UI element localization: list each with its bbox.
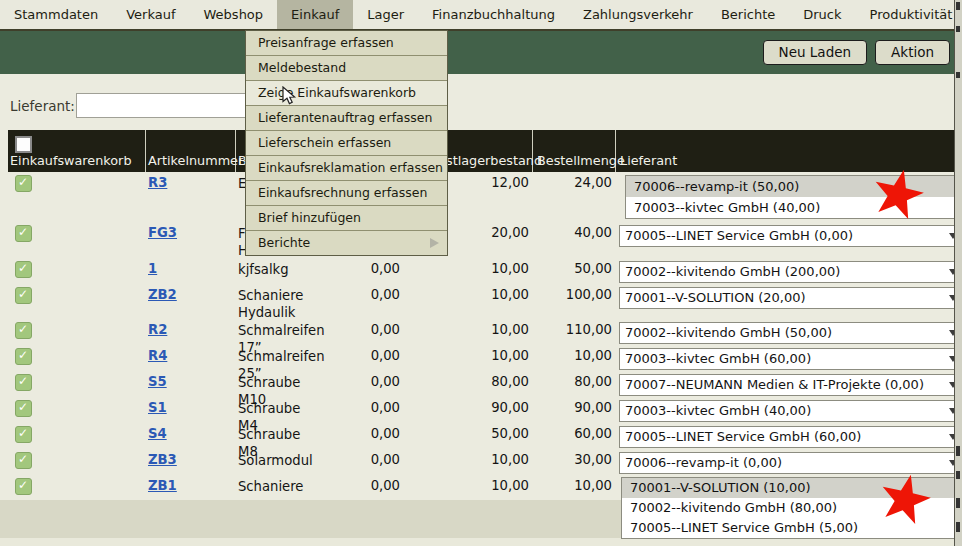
- menu-item-meldebestand[interactable]: Meldebestand: [246, 55, 447, 80]
- lieferant-select[interactable]: 70002--kivitendo GmbH (50,00): [619, 322, 962, 344]
- lieferant-select[interactable]: 70005--LINET Service GmbH (0,00): [619, 225, 962, 247]
- artikelnummer-link[interactable]: S1: [146, 400, 167, 415]
- row-checkbox[interactable]: [15, 261, 32, 278]
- row-checkbox[interactable]: [15, 452, 32, 469]
- row-checkbox[interactable]: [15, 348, 32, 365]
- menu-item-einkaufsrechnung-erfassen[interactable]: Einkaufsrechnung erfassen: [246, 180, 447, 205]
- bestellmenge-value: 10,00: [533, 475, 616, 500]
- row-checkbox[interactable]: [15, 374, 32, 391]
- lieferant-select-value: 70005--LINET Service GmbH (0,00): [620, 228, 853, 243]
- neu-laden-button[interactable]: Neu Laden: [763, 40, 867, 65]
- header-einkaufswarenkorb: Einkaufswarenkorb: [8, 130, 146, 172]
- table-row: ZB3 Solarmodul 0,00 10,00 30,00 70006--r…: [8, 449, 962, 475]
- menubar-item-zahlungsverkehr[interactable]: Zahlungsverkehr: [569, 0, 707, 29]
- menu-item-lieferschein-erfassen[interactable]: Lieferschein erfassen: [246, 130, 447, 155]
- artikelnummer-link[interactable]: ZB2: [146, 287, 177, 302]
- artikelnummer-link[interactable]: 1: [146, 261, 157, 276]
- row-checkbox[interactable]: [15, 175, 32, 192]
- lieferant-select-value: 70002--kivitendo GmbH (200,00): [620, 264, 840, 279]
- lieferant-select-value: 70007--NEUMANN Medien & IT-Projekte (0,0…: [620, 377, 924, 392]
- row-checkbox[interactable]: [15, 426, 32, 443]
- red-star-annotation: [868, 165, 928, 225]
- artikelnummer-link[interactable]: ZB1: [146, 478, 177, 493]
- lagerbestand-value: 10,00: [404, 449, 533, 475]
- einkauf-dropdown-menu: Preisanfrage erfassen Meldebestand Zeige…: [245, 30, 448, 256]
- menubar-item-einkauf[interactable]: Einkauf: [277, 0, 353, 29]
- bestellmenge-value: 24,00: [533, 172, 616, 222]
- table-row: R2 Schmalreifen 17” 0,00 10,00 110,00 70…: [8, 319, 962, 345]
- menubar-item-druck[interactable]: Druck: [789, 0, 855, 29]
- menu-item-zeige-einkaufswarenkorb[interactable]: Zeige Einkaufswarenkorb: [246, 80, 447, 105]
- bestellmenge-value: 40,00: [533, 222, 616, 259]
- bezeichnung-text: Solarmodul: [236, 449, 314, 475]
- aktion-button[interactable]: Aktion: [875, 40, 950, 65]
- lieferant-select[interactable]: 70007--NEUMANN Medien & IT-Projekte (0,0…: [619, 374, 962, 396]
- meldebestand-value: 0,00: [314, 284, 404, 321]
- table-row: ZB2 Schaniere Hydaulik 0,00 10,00 100,00…: [8, 284, 962, 319]
- bezeichnung-text: Schaniere: [236, 475, 314, 500]
- bezeichnung-text: Schaniere Hydaulik: [236, 284, 314, 321]
- lieferant-select[interactable]: 70001--V-SOLUTION (20,00): [619, 287, 962, 309]
- red-star-annotation: [875, 470, 935, 530]
- lieferant-select[interactable]: 70003--kivtec GmbH (40,00): [619, 400, 962, 422]
- table-row: S5 Schraube M10 0,00 80,00 80,00 70007--…: [8, 371, 962, 397]
- table-row: S4 Schraube M8 0,00 50,00 60,00 70005--L…: [8, 423, 962, 449]
- meldebestand-value: 0,00: [314, 449, 404, 475]
- lagerbestand-value: 10,00: [404, 475, 533, 500]
- submenu-arrow-icon: [430, 238, 439, 248]
- artikelnummer-link[interactable]: R2: [146, 322, 167, 337]
- meldebestand-value: 0,00: [314, 475, 404, 500]
- menu-item-preisanfrage-erfassen[interactable]: Preisanfrage erfassen: [246, 31, 447, 55]
- menubar-item-stammdaten[interactable]: Stammdaten: [0, 0, 112, 29]
- toolbar-buttons: Neu Laden Aktion: [763, 40, 950, 65]
- menu-item-berichte-label: Berichte: [258, 235, 310, 250]
- lieferant-input[interactable]: [76, 93, 254, 118]
- lieferant-select-value: 70001--V-SOLUTION (20,00): [620, 290, 806, 305]
- lagerbestand-value: 10,00: [404, 258, 533, 284]
- row-checkbox[interactable]: [15, 322, 32, 339]
- row-checkbox[interactable]: [15, 225, 32, 242]
- select-all-checkbox[interactable]: [15, 136, 32, 153]
- lieferant-select-value: 70005--LINET Service GmbH (60,00): [620, 429, 861, 444]
- lieferant-select-value: 70003--kivtec GmbH (60,00): [620, 351, 811, 366]
- menu-item-einkaufsreklamation-erfassen[interactable]: Einkaufsreklamation erfassen: [246, 155, 447, 180]
- artikelnummer-link[interactable]: FG3: [146, 225, 177, 240]
- menubar-item-berichte[interactable]: Berichte: [707, 0, 789, 29]
- header-artikelnummer: Artikelnummer: [146, 130, 236, 172]
- table-body: R3 E 0,00 12,00 24,00 FG3 F H 0,00 20,00…: [8, 172, 962, 500]
- lieferant-select-value: 70003--kivtec GmbH (40,00): [620, 403, 811, 418]
- artikelnummer-link[interactable]: R3: [146, 175, 167, 190]
- lieferant-select-value: 70006--revamp-it (0,00): [620, 455, 782, 470]
- artikelnummer-link[interactable]: S4: [146, 426, 167, 441]
- table-header: Einkaufswarenkorb Artikelnummer B stlage…: [8, 130, 962, 172]
- menubar-item-verkauf[interactable]: Verkauf: [112, 0, 189, 29]
- table-row: R4 Schmalreifen 25” 0,00 10,00 10,00 700…: [8, 345, 962, 371]
- lagerbestand-value: 10,00: [404, 284, 533, 321]
- artikelnummer-link[interactable]: R4: [146, 348, 167, 363]
- lieferant-select[interactable]: 70002--kivitendo GmbH (200,00): [619, 261, 962, 283]
- menu-item-lieferantenauftrag-erfassen[interactable]: Lieferantenauftrag erfassen: [246, 105, 447, 130]
- lieferant-select-value: 70002--kivitendo GmbH (50,00): [620, 325, 832, 340]
- mouse-cursor: [281, 86, 299, 105]
- menu-item-berichte[interactable]: Berichte: [246, 230, 447, 255]
- header-bestellmenge: Bestellmenge: [533, 130, 616, 172]
- artikelnummer-link[interactable]: ZB3: [146, 452, 177, 467]
- menubar-item-lager[interactable]: Lager: [353, 0, 418, 29]
- menubar-item-finanzbuchhaltung[interactable]: Finanzbuchhaltung: [418, 0, 569, 29]
- row-checkbox[interactable]: [15, 287, 32, 304]
- menubar-item-webshop[interactable]: Webshop: [190, 0, 278, 29]
- bestellmenge-value: 30,00: [533, 449, 616, 475]
- row-checkbox[interactable]: [15, 400, 32, 417]
- lieferant-select[interactable]: 70003--kivtec GmbH (60,00): [619, 348, 962, 370]
- bestellmenge-value: 50,00: [533, 258, 616, 284]
- lieferant-select[interactable]: 70005--LINET Service GmbH (60,00): [619, 426, 962, 448]
- artikelnummer-link[interactable]: S5: [146, 374, 167, 389]
- row-checkbox[interactable]: [15, 478, 32, 495]
- table-row: S1 Schraube M4 0,00 90,00 90,00 70003--k…: [8, 397, 962, 423]
- right-edge-cut-content: [954, 0, 962, 546]
- menu-item-brief-hinzufuegen[interactable]: Brief hinzufügen: [246, 205, 447, 230]
- meldebestand-value: 0,00: [314, 258, 404, 284]
- bottom-strip: [0, 538, 962, 546]
- menubar-item-produktivitaet[interactable]: Produktivität: [856, 0, 962, 29]
- bestellmenge-value: 100,00: [533, 284, 616, 321]
